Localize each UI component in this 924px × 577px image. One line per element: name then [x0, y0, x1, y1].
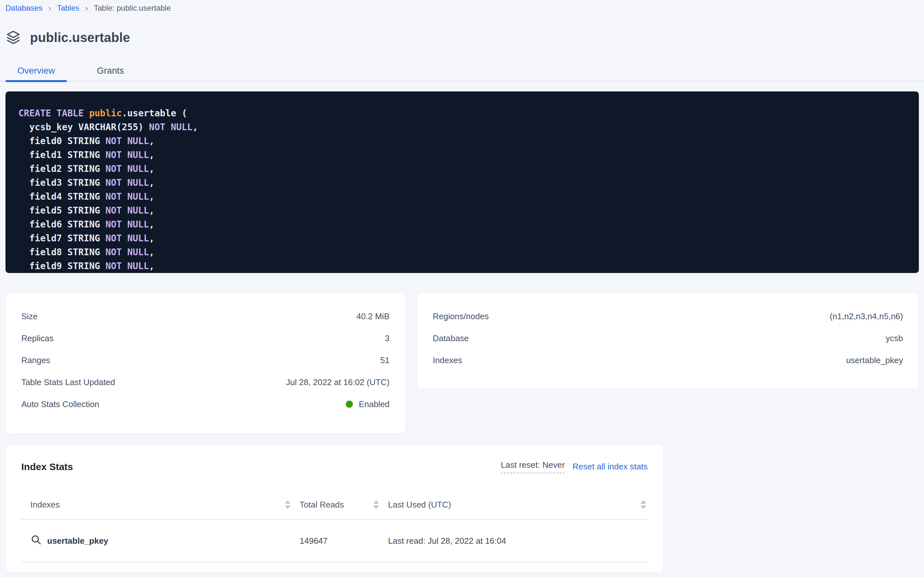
- sql-line: field9 STRING NOT NULL,: [18, 259, 906, 273]
- stat-label: Indexes: [433, 355, 462, 365]
- index-stats-card: Index Stats Last reset: Never Reset all …: [5, 444, 664, 572]
- stat-row-ranges: Ranges 51: [21, 349, 390, 371]
- status-badge: Enabled: [346, 399, 389, 409]
- stat-label: Replicas: [21, 334, 54, 343]
- table-stack-icon: [5, 30, 21, 45]
- index-stats-title: Index Stats: [21, 461, 73, 472]
- column-header-total-reads[interactable]: Total Reads: [292, 499, 380, 510]
- overview-stats: Size 40.2 MiB Replicas 3 Ranges 51 Table…: [5, 292, 919, 434]
- status-dot-icon: [346, 401, 353, 408]
- chevron-right-icon: ›: [85, 4, 88, 12]
- breadcrumb: Databases › Tables › Table: public.usert…: [0, 0, 924, 12]
- stat-value: 3: [385, 334, 389, 343]
- table-placement-card: Regions/nodes (n1,n2,n3,n4,n5,n6) Databa…: [417, 292, 919, 388]
- reset-index-stats-link[interactable]: Reset all index stats: [572, 462, 648, 472]
- stat-row-database: Database ycsb: [433, 327, 903, 349]
- create-table-sql-viewer[interactable]: CREATE TABLE public.usertable ( ycsb_key…: [5, 92, 919, 273]
- sort-icon[interactable]: [283, 499, 292, 510]
- last-reset-label[interactable]: Last reset: Never: [501, 460, 565, 473]
- tab-grants[interactable]: Grants: [80, 61, 141, 81]
- stat-label: Size: [21, 311, 38, 321]
- page: Databases › Tables › Table: public.usert…: [0, 0, 924, 572]
- breadcrumb-link-tables[interactable]: Tables: [57, 3, 79, 13]
- stat-row-auto-stats: Auto Stats Collection Enabled: [21, 393, 390, 415]
- index-name-link[interactable]: usertable_pkey: [47, 536, 108, 546]
- stat-value: 51: [380, 355, 390, 365]
- index-table-header: Indexes Total Reads Last Used (UTC): [21, 490, 648, 520]
- sql-line: field0 STRING NOT NULL,: [18, 134, 906, 148]
- magnifier-icon: [31, 534, 42, 548]
- stat-row-indexes: Indexes usertable_pkey: [433, 349, 903, 371]
- column-label: Total Reads: [300, 500, 344, 510]
- table-details-card: Size 40.2 MiB Replicas 3 Ranges 51 Table…: [5, 292, 405, 434]
- page-header: public.usertable: [0, 28, 924, 47]
- sql-line: field1 STRING NOT NULL,: [18, 148, 906, 162]
- column-header-last-used[interactable]: Last Used (UTC): [380, 499, 648, 510]
- breadcrumb-current: Table: public.usertable: [94, 3, 171, 13]
- tab-bar: Overview Grants: [0, 61, 924, 81]
- sql-line: field7 STRING NOT NULL,: [18, 231, 906, 245]
- stat-value: Jul 28, 2022 at 16:02 (UTC): [286, 377, 390, 387]
- sql-line: ycsb_key VARCHAR(255) NOT NULL,: [18, 120, 906, 134]
- stat-label: Ranges: [21, 355, 50, 365]
- chevron-right-icon: ›: [48, 4, 51, 12]
- sql-line: field4 STRING NOT NULL,: [18, 190, 906, 203]
- sort-icon[interactable]: [639, 499, 648, 510]
- tab-overview[interactable]: Overview: [5, 61, 67, 81]
- last-used-value: Last read: Jul 28, 2022 at 16:04: [380, 536, 648, 546]
- stat-row-regions: Regions/nodes (n1,n2,n3,n4,n5,n6): [433, 305, 903, 327]
- stat-value: Enabled: [359, 399, 389, 409]
- column-label: Last Used (UTC): [388, 500, 451, 510]
- stat-label: Regions/nodes: [433, 311, 489, 321]
- sql-line: field3 STRING NOT NULL,: [18, 176, 906, 190]
- sql-line: field6 STRING NOT NULL,: [18, 218, 906, 231]
- column-header-indexes[interactable]: Indexes: [21, 499, 292, 510]
- breadcrumb-link-databases[interactable]: Databases: [5, 3, 43, 13]
- sort-icon[interactable]: [372, 499, 380, 510]
- column-label: Indexes: [31, 500, 60, 510]
- page-title: public.usertable: [30, 31, 130, 45]
- stat-label: Database: [433, 334, 469, 343]
- table-row: usertable_pkey 149647 Last read: Jul 28,…: [21, 520, 648, 562]
- total-reads-value: 149647: [292, 536, 380, 546]
- stat-value: 40.2 MiB: [357, 311, 390, 321]
- sql-line: field2 STRING NOT NULL,: [18, 162, 906, 176]
- sql-line: field5 STRING NOT NULL,: [18, 203, 906, 218]
- stat-row-replicas: Replicas 3: [21, 327, 390, 349]
- stat-label: Table Stats Last Updated: [21, 377, 115, 387]
- stat-row-size: Size 40.2 MiB: [21, 305, 390, 327]
- stat-value: usertable_pkey: [846, 355, 903, 365]
- sql-line: field8 STRING NOT NULL,: [18, 245, 906, 259]
- stat-row-stats-updated: Table Stats Last Updated Jul 28, 2022 at…: [21, 371, 390, 393]
- stat-value: (n1,n2,n3,n4,n5,n6): [830, 311, 903, 321]
- stat-label: Auto Stats Collection: [21, 399, 99, 409]
- stat-value: ycsb: [886, 334, 903, 343]
- sql-line: CREATE TABLE public.usertable (: [18, 106, 906, 120]
